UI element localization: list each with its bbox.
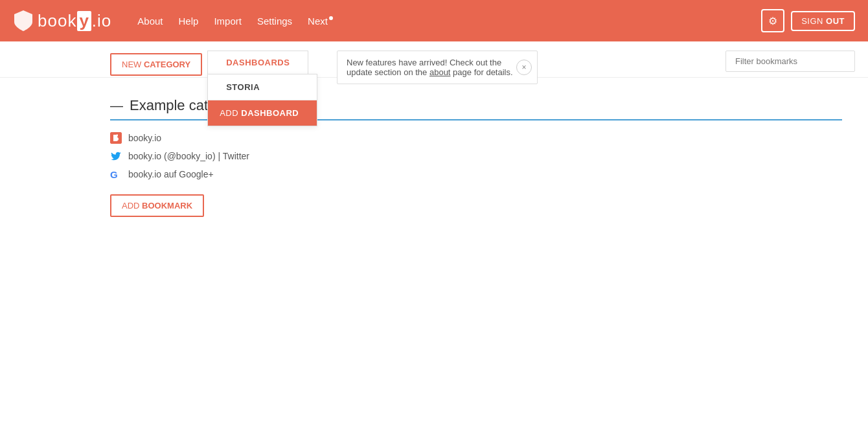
bookmark-name: booky.io auf Google+ <box>128 169 214 179</box>
sign-out-button[interactable]: SIGN OUT <box>791 11 855 31</box>
bookmark-name: booky.io (@booky_io) | Twitter <box>128 151 249 161</box>
nav-help[interactable]: Help <box>179 16 199 27</box>
bookmark-list: booky.io booky.io (@booky_io) | Twitter … <box>110 132 842 180</box>
header: booky.io About Help Import Settings Next… <box>0 0 868 41</box>
notification-banner: New features have arrived! Check out the… <box>337 51 538 84</box>
booky-favicon-svg <box>110 132 122 144</box>
nav-next[interactable]: Next <box>308 16 333 27</box>
favicon-booky-icon <box>110 132 122 144</box>
new-category-button[interactable]: NEW CATEGORY <box>110 53 202 76</box>
logo[interactable]: booky.io <box>13 9 111 32</box>
filter-bookmarks-input[interactable] <box>725 51 855 72</box>
logo-shield-icon <box>13 9 34 32</box>
notification-text2: page for details. <box>450 67 512 77</box>
dropdown-menu: STORIA ADD DASHBOARD <box>207 74 317 126</box>
main-content: — Example category booky.io booky.io (@b… <box>0 78 868 236</box>
main-nav: About Help Import Settings Next <box>137 16 761 27</box>
bookmark-name: booky.io <box>128 133 161 143</box>
notification-close-button[interactable]: × <box>516 60 532 75</box>
list-item[interactable]: booky.io (@booky_io) | Twitter <box>110 150 842 162</box>
gear-button[interactable]: ⚙ <box>761 9 784 32</box>
nav-about[interactable]: About <box>137 16 163 27</box>
dashboards-tab[interactable]: DASHBOARDS <box>207 51 308 74</box>
svg-text:G: G <box>110 169 118 180</box>
next-dot-icon <box>329 16 333 20</box>
dashboards-dropdown: DASHBOARDS STORIA ADD DASHBOARD <box>207 51 308 74</box>
favicon-twitter-icon <box>110 150 122 162</box>
nav-settings[interactable]: Settings <box>257 16 292 27</box>
favicon-google-icon: G <box>110 168 122 180</box>
close-icon: × <box>521 63 526 72</box>
dropdown-storia[interactable]: STORIA <box>208 74 317 100</box>
collapse-category-icon[interactable]: — <box>110 99 123 112</box>
list-item[interactable]: booky.io <box>110 132 842 144</box>
gear-icon: ⚙ <box>768 15 777 27</box>
header-right: ⚙ SIGN OUT <box>761 9 855 32</box>
nav-import[interactable]: Import <box>214 16 242 27</box>
notification-link[interactable]: about <box>429 67 451 77</box>
toolbar: NEW CATEGORY DASHBOARDS STORIA ADD DASHB… <box>0 41 868 78</box>
add-bookmark-button[interactable]: ADD BOOKMARK <box>110 194 204 217</box>
list-item[interactable]: G booky.io auf Google+ <box>110 168 842 180</box>
logo-text: booky.io <box>38 11 111 31</box>
add-dashboard-button[interactable]: ADD DASHBOARD <box>208 100 317 126</box>
